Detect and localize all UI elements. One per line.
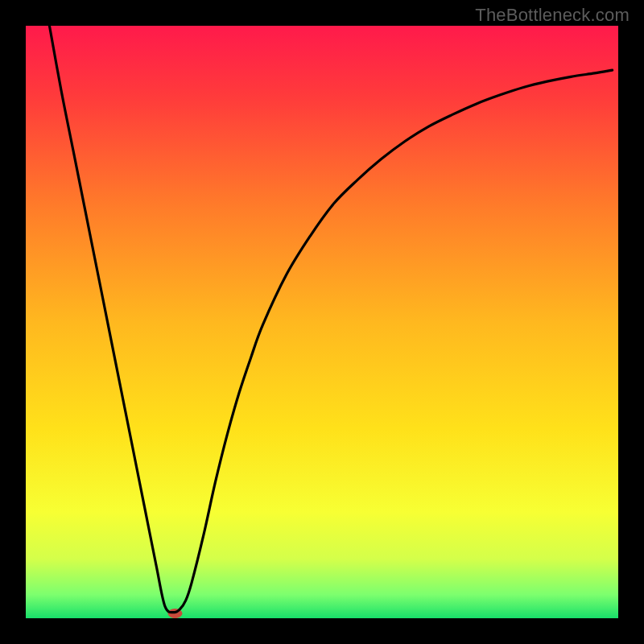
chart-svg	[26, 26, 618, 618]
chart-frame: TheBottleneck.com	[0, 0, 644, 644]
gradient-background	[26, 26, 618, 618]
watermark-text: TheBottleneck.com	[475, 5, 630, 26]
plot-area	[26, 26, 618, 618]
